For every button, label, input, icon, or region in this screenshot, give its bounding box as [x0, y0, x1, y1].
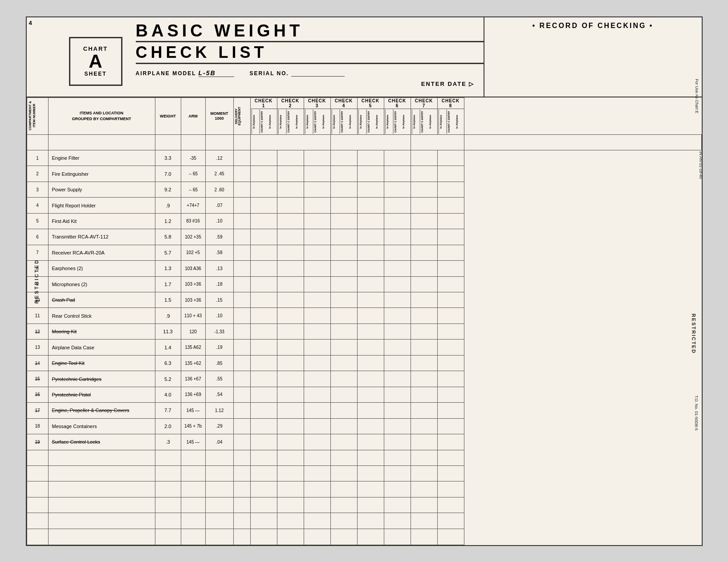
- record-title: • RECORD OF CHECKING •: [533, 22, 654, 30]
- table-row: 18Message Containers2.0145 + 7b.29: [27, 418, 701, 434]
- th-check7: CHECK7: [411, 97, 437, 109]
- enter-date: ENTER DATE ▷: [136, 81, 484, 87]
- empty-row: [27, 481, 701, 497]
- sheet-label: SHEET: [84, 71, 106, 77]
- sub-title: CHECK LIST: [136, 41, 484, 64]
- th-moment: MOMENT1000: [205, 97, 233, 134]
- chart-box: CHART A SHEET: [69, 37, 122, 86]
- table-row: 5First Aid Kit1.283 #16.10: [27, 213, 701, 229]
- empty-row: [27, 450, 701, 465]
- table-row: 14Engine Tool Kit6.3135 +62.85: [27, 355, 701, 371]
- empty-row: [27, 466, 701, 481]
- th-check8: CHECK8: [437, 97, 464, 109]
- main-title: BASIC WEIGHT: [136, 22, 484, 40]
- title-area: BASIC WEIGHT CHECK LIST AIRPLANE MODEL L…: [129, 17, 484, 97]
- main-document: RESTRICTED For Use As Chart E IN AN 01-1…: [26, 16, 703, 546]
- th-check4: CHECK4: [330, 97, 357, 109]
- th-check5-sub: In Airplane CHART C ENTRY In Airplane: [357, 109, 384, 134]
- chart-letter: A: [89, 52, 102, 71]
- checklist-table: COMPARTMENT &ITEM NUMBER ITEMS AND LOCAT…: [27, 97, 702, 545]
- th-check1: CHECK1: [250, 97, 277, 109]
- th-check4-sub: In Airplane CHART C ENTRY In Airplane: [330, 109, 357, 134]
- th-check3: CHECK3: [304, 97, 330, 109]
- th-check3-sub: In Airplane CHART C ENTRY In Airplane: [304, 109, 330, 134]
- table-row: 13Airplane Data Case1.4135 A62.19: [27, 340, 701, 355]
- corner-number: 4: [29, 20, 32, 26]
- th-check1-sub: In Airplane CHART C ENTRY In Airplane: [250, 109, 277, 134]
- th-check5: CHECK5: [357, 97, 384, 109]
- table-row: 8Earphones (2)1.3103 A36.13: [27, 261, 701, 276]
- model-line: AIRPLANE MODEL L-5B SERIAL NO.: [136, 69, 484, 77]
- empty-row: [27, 529, 701, 545]
- record-header: • RECORD OF CHECKING •: [484, 17, 702, 97]
- table-row: 16Pyrotechnic Pistol4.0136 +69.54: [27, 387, 701, 402]
- page-wrapper: RESTRICTED For Use As Chart E IN AN 01-1…: [0, 0, 728, 562]
- table-row: 9Microphones (2)1.7103 +36.18: [27, 276, 701, 292]
- th-check8-sub: In Airplane CHART C ENTRY In Airplane: [437, 109, 464, 134]
- table-row: 1Engine Filter3.3-35.12: [27, 150, 701, 166]
- th-check2: CHECK2: [277, 97, 304, 109]
- airplane-model-value: L-5B: [199, 69, 234, 77]
- an-label: IN AN 01-18-40: [699, 151, 703, 179]
- to-no-label: T.O. No. 01-50DB-5: [694, 395, 699, 430]
- serial-label: SERIAL NO.: [250, 70, 289, 77]
- th-check7-sub: In Airplane CHART C ENTRY In Airplane: [411, 109, 437, 134]
- for-use-label: For Use As Chart E: [695, 79, 699, 114]
- restricted-label-right: RESTRICTED: [691, 314, 696, 354]
- table-row: 7Receiver RCA-AVR-20A5.7102 +5.58: [27, 245, 701, 260]
- empty-top-row: [27, 134, 701, 150]
- th-delivery: DELIVERYEQUIPMENT: [233, 97, 250, 134]
- empty-row: [27, 497, 701, 513]
- table-container: COMPARTMENT &ITEM NUMBER ITEMS AND LOCAT…: [27, 97, 702, 545]
- airplane-model-label: AIRPLANE MODEL: [136, 70, 196, 77]
- table-row: 11Rear Control Stick.9110 + 43.10: [27, 308, 701, 323]
- table-row: 19Surface Control Locks.3145 —.04: [27, 434, 701, 450]
- table-row: 15Pyrotechnic Cartridges5.2136 +67.55: [27, 371, 701, 387]
- empty-row: [27, 513, 701, 529]
- th-weight: WEIGHT: [155, 97, 181, 134]
- table-row: 17Engine, Propeller & Canopy Covers7.714…: [27, 403, 701, 418]
- table-row: 2Fire Extinguisher7.0←652 .45: [27, 166, 701, 182]
- table-header-row: COMPARTMENT &ITEM NUMBER ITEMS AND LOCAT…: [27, 97, 701, 109]
- th-items: ITEMS AND LOCATIONGROUPED BY COMPARTMENT: [48, 97, 155, 134]
- table-row: 6Transmitter RCA-AVT-1125.8102 +35.59: [27, 229, 701, 245]
- th-check6: CHECK6: [384, 97, 411, 109]
- th-compartment: COMPARTMENT &ITEM NUMBER: [27, 97, 48, 134]
- table-row: 12Mooring Kit11.3120-1.33: [27, 323, 701, 339]
- serial-value: [291, 70, 345, 77]
- th-arm: ARM: [181, 97, 205, 134]
- table-row: 10Crash Pad1.5103 +36.15: [27, 292, 701, 308]
- header-section: CHART A SHEET BASIC WEIGHT CHECK LIST AI…: [27, 17, 702, 97]
- th-check6-sub: In Airplane CHART C ENTRY In Airplane: [384, 109, 411, 134]
- th-check2-sub: In Airplane CHART C ENTRY In Airplane: [277, 109, 304, 134]
- table-row: 4Flight Report Holder.9+74+7.07: [27, 198, 701, 213]
- restricted-label-left: RESTRICTED: [34, 259, 39, 303]
- table-row: 3Power Supply9.2←652 .60: [27, 182, 701, 197]
